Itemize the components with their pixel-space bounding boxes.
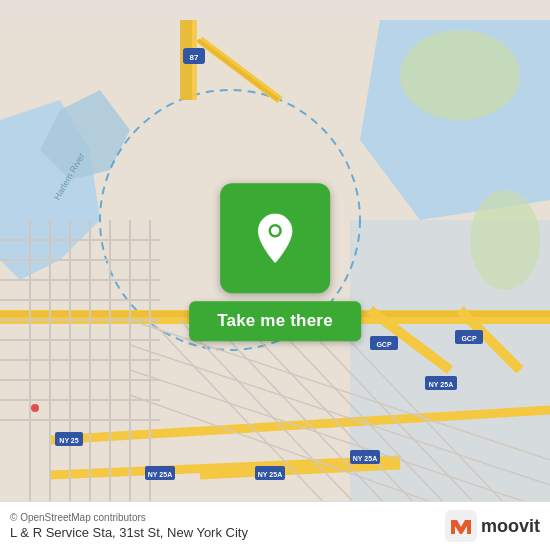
svg-text:NY 25A: NY 25A: [353, 455, 377, 462]
svg-text:NY 25A: NY 25A: [258, 471, 282, 478]
svg-point-48: [470, 190, 540, 290]
bottom-left-info: © OpenStreetMap contributors L & R Servi…: [10, 512, 248, 540]
pin-background: [220, 183, 330, 293]
svg-point-68: [31, 404, 39, 412]
svg-point-70: [271, 227, 279, 235]
take-me-there-button[interactable]: Take me there: [189, 301, 361, 341]
map-container: 87 278 GCP GCP NY 25 NY 25A NY 25A NY 25…: [0, 0, 550, 550]
svg-point-47: [400, 30, 520, 120]
svg-text:NY 25A: NY 25A: [429, 381, 453, 388]
moovit-text: moovit: [481, 516, 540, 537]
navigation-card: Take me there: [189, 183, 361, 341]
location-name: L & R Service Sta, 31st St, New York Cit…: [10, 525, 248, 540]
bottom-bar: © OpenStreetMap contributors L & R Servi…: [0, 501, 550, 550]
svg-text:NY 25: NY 25: [59, 437, 78, 444]
svg-text:87: 87: [190, 53, 199, 62]
location-pin-icon: [249, 212, 301, 264]
svg-text:GCP: GCP: [376, 341, 392, 348]
moovit-icon: [445, 510, 477, 542]
svg-text:GCP: GCP: [461, 335, 477, 342]
copyright-text: © OpenStreetMap contributors: [10, 512, 248, 523]
svg-text:NY 25A: NY 25A: [148, 471, 172, 478]
moovit-logo: moovit: [445, 510, 540, 542]
